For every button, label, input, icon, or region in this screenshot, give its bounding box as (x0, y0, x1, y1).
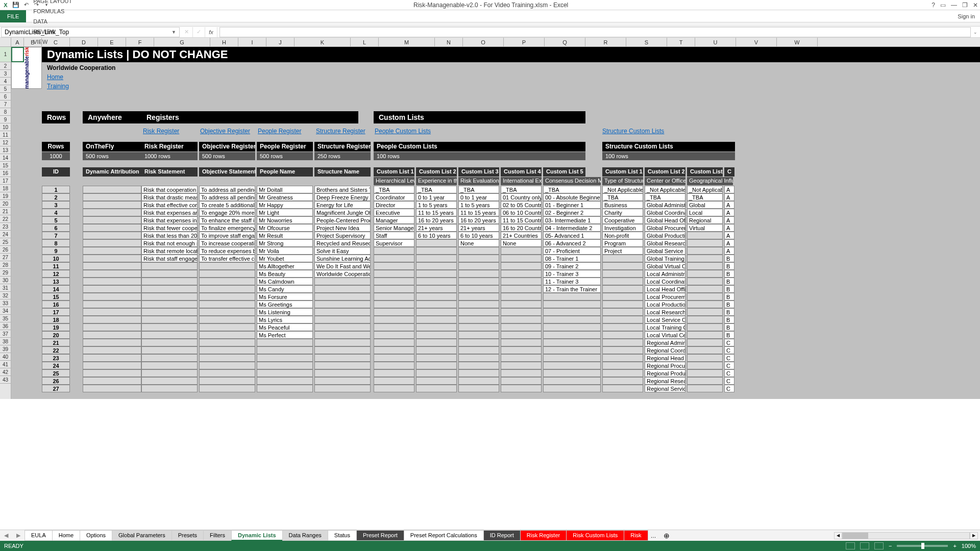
data-cell[interactable] (141, 339, 198, 346)
data-cell[interactable]: 09 - Trainer 2 (543, 262, 601, 270)
data-cell[interactable] (199, 270, 255, 278)
sheet-tab-status[interactable]: Status (328, 530, 357, 541)
data-cell[interactable]: 24 (42, 362, 70, 369)
data-cell[interactable] (314, 385, 371, 392)
data-cell[interactable] (83, 362, 141, 369)
data-cell[interactable] (501, 308, 542, 316)
data-cell[interactable] (199, 354, 255, 362)
data-cell[interactable]: Local Training Center (645, 323, 685, 331)
data-cell[interactable]: A (724, 209, 734, 216)
data-cell[interactable] (687, 346, 723, 354)
data-cell[interactable] (687, 354, 723, 362)
zoom-slider[interactable] (897, 545, 948, 547)
sheet-tab-dynamic-lists[interactable]: Dynamic Lists (231, 530, 283, 541)
data-cell[interactable] (543, 323, 601, 331)
data-cell[interactable]: 08 - Trainer 1 (543, 255, 601, 262)
data-cell[interactable] (687, 270, 723, 278)
data-cell[interactable] (314, 339, 371, 346)
data-cell[interactable]: 6 to 10 years (458, 232, 499, 239)
data-cell[interactable] (602, 377, 643, 385)
data-cell[interactable] (602, 369, 643, 377)
data-cell[interactable] (458, 323, 499, 331)
data-cell[interactable] (602, 300, 643, 308)
data-cell[interactable] (416, 346, 457, 354)
data-cell[interactable]: 11 to 15 Countries (501, 216, 542, 224)
data-cell[interactable] (141, 346, 198, 354)
zoom-level[interactable]: 100% (962, 543, 976, 549)
data-cell[interactable]: Ms Greetings (257, 300, 313, 308)
data-cell[interactable]: Local Virtual Center (645, 331, 685, 339)
view-normal-icon[interactable] (846, 542, 855, 549)
data-cell[interactable] (199, 362, 255, 369)
data-cell[interactable] (458, 316, 499, 323)
data-cell[interactable] (458, 339, 499, 346)
data-cell[interactable] (141, 308, 198, 316)
data-cell[interactable] (543, 377, 601, 385)
data-cell[interactable]: 1 to 5 years (458, 201, 499, 209)
data-cell[interactable] (83, 278, 141, 285)
data-cell[interactable]: Local Procurement Center (645, 293, 685, 300)
data-cell[interactable]: Local Production Center (645, 300, 685, 308)
data-cell[interactable] (458, 377, 499, 385)
data-cell[interactable]: 16 to 20 years (458, 216, 499, 224)
row-header-3[interactable]: 3 (0, 70, 11, 78)
data-cell[interactable]: To reduce expenses by 1 (199, 247, 255, 255)
data-cell[interactable]: 6 to 10 years (416, 232, 457, 239)
data-cell[interactable]: B (724, 331, 734, 339)
active-cell[interactable] (11, 47, 24, 62)
sheet-tab-home[interactable]: Home (52, 530, 80, 541)
data-cell[interactable]: C (724, 369, 734, 377)
row-header-28[interactable]: 28 (0, 261, 11, 269)
data-cell[interactable] (416, 270, 457, 278)
data-cell[interactable]: 5 (42, 216, 70, 224)
data-cell[interactable] (458, 308, 499, 316)
data-cell[interactable] (501, 316, 542, 323)
data-cell[interactable]: Regional Head Office (645, 354, 685, 362)
data-cell[interactable] (458, 255, 499, 262)
data-cell[interactable]: Global Training Center (645, 255, 685, 262)
data-cell[interactable]: A (724, 186, 734, 193)
ribbon-options-icon[interactable]: ▭ (940, 2, 946, 9)
data-cell[interactable]: Director (374, 201, 414, 209)
data-cell[interactable] (83, 216, 141, 224)
data-cell[interactable]: _TBA (374, 186, 414, 193)
data-cell[interactable] (458, 247, 499, 255)
data-cell[interactable]: Solve it Easy (314, 247, 371, 255)
view-page-break-icon[interactable] (874, 542, 884, 549)
sheet-tab-risk-custom-lists[interactable]: Risk Custom Lists (566, 530, 624, 541)
row-header-24[interactable]: 24 (0, 231, 11, 238)
ribbon-tab-page-layout[interactable]: PAGE LAYOUT (26, 0, 79, 6)
data-cell[interactable]: Regional (687, 216, 723, 224)
data-cell[interactable] (458, 369, 499, 377)
data-cell[interactable] (199, 323, 255, 331)
data-cell[interactable]: 01 - Beginner 1 (543, 201, 601, 209)
data-cell[interactable] (141, 369, 198, 377)
row-header-4[interactable]: 4 (0, 78, 11, 85)
data-cell[interactable]: B (724, 255, 734, 262)
row-header-16[interactable]: 16 (0, 169, 11, 177)
data-cell[interactable]: 02 to 05 Countries (501, 201, 542, 209)
data-cell[interactable] (83, 323, 141, 331)
data-cell[interactable] (199, 285, 255, 293)
data-cell[interactable] (416, 262, 457, 270)
data-cell[interactable] (416, 339, 457, 346)
col-header-Q[interactable]: Q (545, 38, 585, 46)
data-cell[interactable]: Local Research Center (645, 308, 685, 316)
data-cell[interactable] (83, 369, 141, 377)
data-cell[interactable] (416, 247, 457, 255)
data-cell[interactable]: Local Coordination Center (645, 278, 685, 285)
data-cell[interactable] (602, 331, 643, 339)
data-cell[interactable] (374, 362, 414, 369)
row-header-9[interactable]: 9 (0, 116, 11, 123)
data-cell[interactable] (501, 369, 542, 377)
data-cell[interactable]: 16 to 20 years (416, 216, 457, 224)
data-cell[interactable]: Regional Procurement Center (645, 362, 685, 369)
training-link[interactable]: Training (47, 82, 69, 91)
sheet-tab-preset-report-calculations[interactable]: Preset Report Calculations (404, 530, 484, 541)
data-cell[interactable]: Cooperative (602, 216, 643, 224)
data-cell[interactable]: _TBA (602, 193, 643, 201)
data-cell[interactable] (602, 362, 643, 369)
home-link[interactable]: Home (47, 72, 69, 82)
zoom-out-icon[interactable]: − (889, 543, 892, 549)
data-cell[interactable]: C (724, 362, 734, 369)
